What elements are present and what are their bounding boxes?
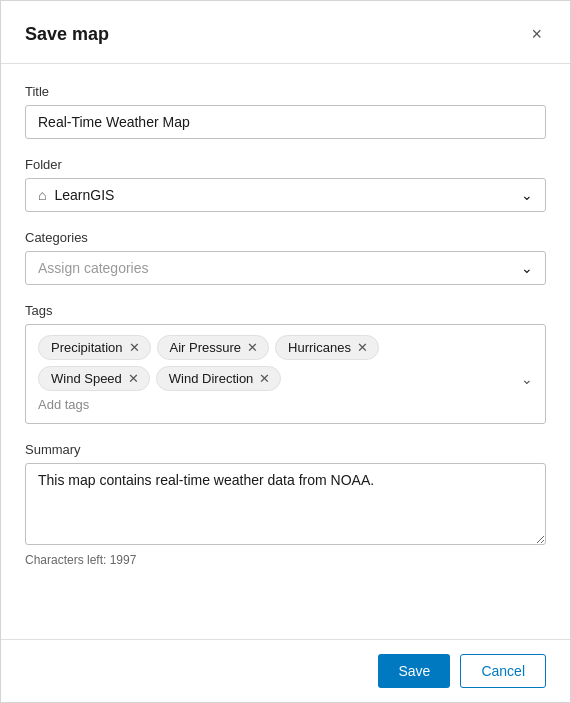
chevron-down-icon: ⌄ [521, 187, 533, 203]
tags-row-2: Wind Speed ✕ Wind Direction ✕ ⌄ [38, 366, 533, 391]
folder-field-group: Folder ⌂ LearnGIS ⌄ [25, 157, 546, 212]
tag-precipitation: Precipitation ✕ [38, 335, 151, 360]
tags-row-2-left: Wind Speed ✕ Wind Direction ✕ [38, 366, 281, 391]
tags-row-1: Precipitation ✕ Air Pressure ✕ Hurricane… [38, 335, 533, 360]
tag-air-pressure: Air Pressure ✕ [157, 335, 270, 360]
tag-wind-direction: Wind Direction ✕ [156, 366, 282, 391]
cancel-button[interactable]: Cancel [460, 654, 546, 688]
categories-placeholder: Assign categories [38, 260, 149, 276]
save-button[interactable]: Save [378, 654, 450, 688]
char-count: Characters left: 1997 [25, 553, 546, 567]
save-map-dialog: Save map × Title Folder ⌂ LearnGIS ⌄ Cat… [0, 0, 571, 703]
dialog-body: Title Folder ⌂ LearnGIS ⌄ Categories Ass… [1, 64, 570, 639]
dialog-title: Save map [25, 24, 109, 45]
folder-select[interactable]: ⌂ LearnGIS ⌄ [25, 178, 546, 212]
tags-field-group: Tags Precipitation ✕ Air Pressure ✕ Hurr… [25, 303, 546, 424]
categories-label: Categories [25, 230, 546, 245]
tag-precipitation-remove[interactable]: ✕ [129, 341, 140, 354]
close-button[interactable]: × [527, 21, 546, 47]
folder-select-left: ⌂ LearnGIS [38, 187, 114, 203]
summary-field-group: Summary Characters left: 1997 [25, 442, 546, 567]
tag-precipitation-label: Precipitation [51, 340, 123, 355]
tag-hurricanes-remove[interactable]: ✕ [357, 341, 368, 354]
tags-chevron-icon[interactable]: ⌄ [521, 371, 533, 387]
categories-select[interactable]: Assign categories ⌄ [25, 251, 546, 285]
categories-field-group: Categories Assign categories ⌄ [25, 230, 546, 285]
dialog-footer: Save Cancel [1, 639, 570, 702]
tag-air-pressure-remove[interactable]: ✕ [247, 341, 258, 354]
home-icon: ⌂ [38, 187, 46, 203]
folder-label: Folder [25, 157, 546, 172]
dialog-header: Save map × [1, 1, 570, 64]
summary-textarea[interactable] [25, 463, 546, 545]
tag-air-pressure-label: Air Pressure [170, 340, 242, 355]
add-tags-input[interactable]: Add tags [38, 397, 533, 412]
folder-value: LearnGIS [54, 187, 114, 203]
tags-label: Tags [25, 303, 546, 318]
tags-box[interactable]: Precipitation ✕ Air Pressure ✕ Hurricane… [25, 324, 546, 424]
tag-hurricanes-label: Hurricanes [288, 340, 351, 355]
title-label: Title [25, 84, 546, 99]
summary-label: Summary [25, 442, 546, 457]
tag-hurricanes: Hurricanes ✕ [275, 335, 379, 360]
tag-wind-direction-label: Wind Direction [169, 371, 254, 386]
tag-wind-speed-label: Wind Speed [51, 371, 122, 386]
tag-wind-direction-remove[interactable]: ✕ [259, 372, 270, 385]
tag-wind-speed-remove[interactable]: ✕ [128, 372, 139, 385]
chevron-down-icon-categories: ⌄ [521, 260, 533, 276]
title-field-group: Title [25, 84, 546, 139]
title-input[interactable] [25, 105, 546, 139]
tag-wind-speed: Wind Speed ✕ [38, 366, 150, 391]
